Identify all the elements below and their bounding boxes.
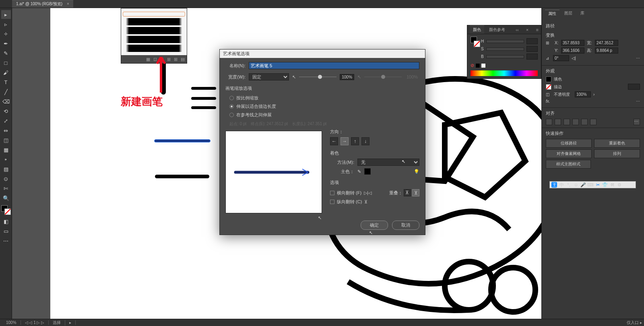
close-icon[interactable]: × [526,27,528,32]
name-input[interactable] [249,62,419,69]
ime-scissors-icon[interactable]: ✂ [595,182,601,188]
draw-mode[interactable]: ◧ [1,217,11,226]
ime-settings-icon[interactable]: ⚙ [617,182,622,188]
ime-logo-icon[interactable]: 王 [551,182,557,188]
colorization-method-select[interactable]: 无 [357,159,419,166]
cancel-button[interactable]: 取消 [392,221,419,230]
flip-v-checkbox[interactable] [330,200,334,204]
align-top-icon[interactable] [572,119,579,125]
line-segment-tool[interactable]: ╱ [1,87,11,96]
width-profile-icon[interactable]: ↖ [292,74,296,80]
h-field[interactable] [595,47,618,54]
menu-icon[interactable]: ≡ [536,27,539,32]
fill-stroke-chips[interactable] [1,205,11,215]
ime-toolbox-icon[interactable]: 🛠 [609,182,615,188]
tab-libraries[interactable]: 库 [577,10,588,17]
tab-layers[interactable]: 图层 [561,10,576,17]
ime-mic-icon[interactable]: 🎤 [580,182,586,188]
color-spectrum[interactable] [471,70,538,76]
delete-brush-icon[interactable]: ▤ [181,57,185,62]
ime-toolbar[interactable]: 王 中 °, ☺ 🎤 ⌨ ✂ 👕 🛠 ⚙ [549,181,636,188]
flip-h-checkbox[interactable] [330,191,334,195]
align-hcenter-icon[interactable] [555,119,561,125]
artboard-tool[interactable]: ✄ [1,184,11,193]
bri-slider[interactable] [486,55,524,58]
curvature-tool[interactable]: ✎ [1,49,11,58]
align-pixel-button[interactable]: 对齐像素网格 [546,149,592,158]
paintbrush-tool[interactable]: 🖌 [1,68,11,77]
eyedropper-icon[interactable]: ✎ [357,169,361,174]
style-button[interactable]: 样式主图样式 [546,160,591,169]
rectangle-tool[interactable]: □ [1,58,11,67]
width-mode-select[interactable]: 固定 [249,73,289,80]
zoom-tool[interactable]: 🔍 [1,194,11,202]
color-tab[interactable]: 颜色 [470,25,484,34]
align-left-icon[interactable] [546,119,552,125]
gradient-tool[interactable]: ▦ [1,145,11,154]
width-pct[interactable]: 100% [340,74,354,80]
y-field[interactable] [561,47,584,54]
flip-v-icon[interactable]: ⋯ [636,56,640,60]
stroke-swatch[interactable] [546,84,551,90]
brush-library-icon[interactable]: ▦ [146,57,150,62]
selection-tool[interactable]: ▸ [1,10,11,19]
stroke-weight[interactable] [628,84,640,90]
width-tool[interactable]: ⇔ [1,126,11,135]
key-color-swatch[interactable] [364,168,371,175]
minimize-icon[interactable]: ‹‹ [516,27,518,32]
tip-icon[interactable]: 💡 [414,169,419,174]
artboard-nav[interactable]: ◁ ◁ 1 ▷ ▷ [21,320,49,325]
direct-selection-tool[interactable]: ▹ [1,20,11,29]
ime-emoji-icon[interactable]: ☺ [573,182,579,188]
scale-stretch[interactable]: 伸展以适合描边长度 [225,102,419,111]
fx-label[interactable]: fx. [546,99,550,103]
blend-tool[interactable]: ⊙ [1,174,11,183]
document-tab[interactable]: 1.ai* @ 100% (RGB/预览) × [12,0,73,8]
new-brush-icon[interactable]: ⊞ [174,57,178,62]
align-right-icon[interactable] [564,119,570,125]
hue-field[interactable] [526,38,538,44]
ime-skin-icon[interactable]: 👕 [602,182,608,188]
direction-right[interactable]: → [341,137,349,145]
flip-h-icon[interactable]: ◁| [572,56,576,60]
overlap-2[interactable]: ⊻ [412,189,419,196]
sat-slider[interactable] [486,47,524,51]
scale-between-guides[interactable]: 在参考线之间伸展 [225,111,419,119]
width-slider[interactable] [299,76,336,77]
hue-slider[interactable] [486,40,524,43]
edit-toolbar[interactable]: ⋯ [1,236,11,245]
tab-properties[interactable]: 属性 [545,10,559,17]
perspective-grid-tool[interactable]: ▨ [1,165,11,173]
overlap-1[interactable]: ⊼ [404,189,411,196]
none-color-icon[interactable]: ⊘ [471,63,474,68]
shape-builder-tool[interactable]: ◫ [1,136,11,144]
angle-field[interactable] [553,55,569,61]
ime-cn-icon[interactable]: 中 [559,182,564,188]
type-tool[interactable]: T [1,78,11,87]
arrange-button[interactable]: 排列 [594,149,640,158]
link-icon[interactable]: ⊞ [546,41,552,45]
eraser-tool[interactable]: ⌫ [1,97,11,106]
magic-wand-tool[interactable]: ✧ [1,29,11,38]
direction-left[interactable]: ← [330,137,338,145]
ok-button[interactable]: 确定 [361,221,388,230]
x-field[interactable] [561,40,584,46]
fill-swatch[interactable] [546,76,551,82]
close-icon[interactable]: × [67,2,69,6]
direction-up[interactable]: ↑ [351,137,359,145]
zoom-level[interactable]: 100% [2,320,21,325]
sat-field[interactable] [526,46,538,52]
eyedropper-tool[interactable]: ⁍ [1,155,11,164]
scale-proportional[interactable]: 按比例缩放 [225,94,419,102]
recolor-button[interactable]: 重新着色 [594,139,640,148]
opacity-field[interactable]: 100% [575,91,591,97]
brush-list[interactable] [121,8,187,55]
scale-tool[interactable]: ⤢ [1,116,11,125]
bri-field[interactable] [526,54,538,60]
color-guide-tab[interactable]: 颜色参考 [486,26,508,34]
w-field[interactable] [595,40,618,46]
align-bottom-icon[interactable] [590,119,597,125]
align-vcenter-icon[interactable] [581,119,588,125]
rotate-tool[interactable]: ⟲ [1,107,11,116]
ime-keyboard-icon[interactable]: ⌨ [588,182,593,188]
